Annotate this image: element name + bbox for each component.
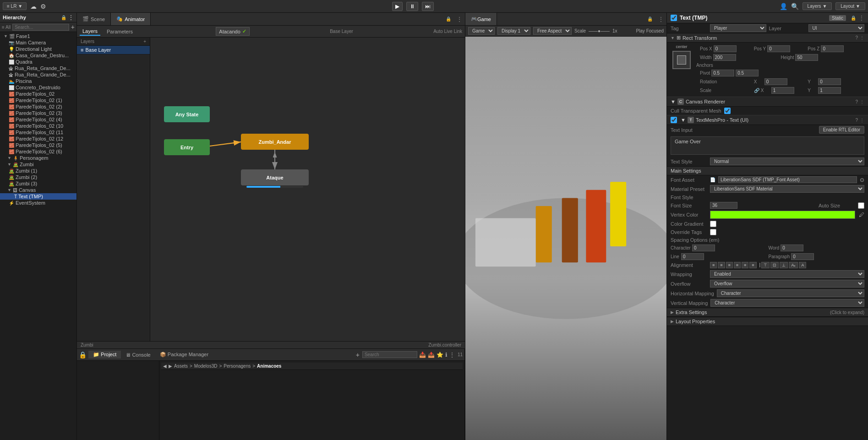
project-tab[interactable]: 📁 Project <box>88 351 121 359</box>
layout-properties-header[interactable]: ▶ Layout Properties <box>667 317 868 326</box>
breadcrumb-assets[interactable]: Assets <box>174 364 188 369</box>
collab-icon[interactable]: 👤 <box>780 3 787 10</box>
project-toolbar-icon3[interactable]: ⭐ <box>437 352 443 358</box>
game-aspect-select[interactable]: Free Aspect <box>533 27 572 35</box>
console-tab[interactable]: 🖥 Console <box>121 351 155 359</box>
cloud-icon[interactable]: ☁ <box>30 3 37 10</box>
align-A-button[interactable]: Aₐ <box>789 262 798 268</box>
text-style-select[interactable]: Normal <box>710 158 864 165</box>
pause-button[interactable]: ⏸ <box>406 2 418 11</box>
base-layer-item[interactable]: ≡ Base Layer <box>77 46 150 54</box>
align-geo-button[interactable]: ≡ <box>749 262 756 268</box>
extra-settings-header[interactable]: ▶ Extra Settings (Click to expand) <box>667 308 868 317</box>
animator-tab[interactable]: 🎭 Animator <box>111 13 151 25</box>
canvas-renderer-header[interactable]: ▼ C Canvas Renderer ? ⋮ <box>667 97 868 107</box>
rot-y-input[interactable] <box>818 78 841 85</box>
hierarchy-item[interactable]: 🧱ParedeTijolos_02 <box>0 91 76 97</box>
hierarchy-item[interactable]: 🧟Zumbi (2) <box>0 174 76 180</box>
project-toolbar-icon2[interactable]: 📤 <box>428 352 435 358</box>
layer-select[interactable]: UI <box>808 24 865 32</box>
font-size-input[interactable] <box>710 202 737 209</box>
hierarchy-item[interactable]: 🏊Piscina <box>0 78 76 84</box>
hierarchy-item[interactable]: 📷Main Camera <box>0 39 76 46</box>
inspector-static-badge[interactable]: Static <box>829 15 846 21</box>
hierarchy-item[interactable]: ⬜Quadra <box>0 59 76 65</box>
align-center-button[interactable]: ≡ <box>718 262 725 268</box>
hierarchy-tab[interactable]: Hierarchy <box>3 15 26 20</box>
game-tab[interactable]: 🎮 Game <box>465 13 497 25</box>
play-focused-label[interactable]: Play Focused <box>636 28 664 33</box>
anchors-label[interactable]: Anchors <box>696 63 733 68</box>
breadcrumb-modelos3d[interactable]: Modelos3D <box>194 364 218 369</box>
pos-x-input[interactable] <box>714 45 737 52</box>
hierarchy-lock-icon[interactable]: 🔒 <box>61 15 66 20</box>
inspector-lock-icon[interactable]: 🔒 <box>851 16 856 21</box>
align-top-button[interactable]: ⊤ <box>761 262 770 268</box>
hierarchy-item[interactable]: TText (TMP) <box>0 193 76 200</box>
hierarchy-item[interactable]: 🧱ParedeTijolos_02 (6) <box>0 148 76 155</box>
canvas-renderer-menu[interactable]: ⋮ <box>860 99 864 104</box>
hierarchy-item[interactable]: ▼🧍Personagem <box>0 155 76 161</box>
layers-add-icon[interactable]: + <box>143 39 146 44</box>
hierarchy-item[interactable]: 🧱ParedeTijolos_02 (5) <box>0 142 76 148</box>
material-preset-select[interactable]: LiberationSans SDF Material <box>710 185 864 193</box>
breadcrumb-personagens[interactable]: Personagens <box>224 364 251 369</box>
hierarchy-item[interactable]: 🧱ParedeTijolos_02 (3) <box>0 110 76 116</box>
align-bot-button[interactable]: ⊥ <box>780 262 788 268</box>
step-button[interactable]: ⏭ <box>422 2 434 11</box>
hierarchy-menu-icon[interactable]: ⋮ <box>68 14 74 21</box>
scene-lock-icon[interactable]: 🔒 <box>443 16 454 22</box>
rect-help-icon[interactable]: ? <box>855 35 858 40</box>
vert-mapping-select[interactable]: Character <box>710 299 864 307</box>
scale-y-input[interactable] <box>818 87 841 94</box>
auto-size-checkbox[interactable] <box>858 202 864 209</box>
textmeshpro-active-checkbox[interactable] <box>671 117 677 123</box>
align-left-button[interactable]: ≡ <box>710 262 717 268</box>
scale-x-input[interactable] <box>771 87 794 94</box>
textmeshpro-menu[interactable]: ⋮ <box>860 118 864 123</box>
play-button[interactable]: ▶ <box>392 2 403 11</box>
game-menu-icon[interactable]: ⋮ <box>655 16 666 22</box>
ataque-state-node[interactable]: Ataque <box>241 169 309 185</box>
line-spacing-input[interactable] <box>681 253 704 260</box>
vertex-color-pick-icon[interactable]: 🖊 <box>859 212 864 218</box>
color-gradient-checkbox[interactable] <box>710 221 716 227</box>
word-spacing-input[interactable] <box>781 244 803 251</box>
align-cap-button[interactable]: A <box>799 262 806 268</box>
any-state-node[interactable]: Any State <box>164 106 210 122</box>
hierarchy-item[interactable]: 💡Directional Light <box>0 46 76 52</box>
wrapping-select[interactable]: Enabled <box>710 270 864 278</box>
align-right-button[interactable]: ≡ <box>726 262 733 268</box>
textmeshpro-help[interactable]: ? <box>855 118 858 123</box>
breadcrumb-forward[interactable]: ▶ <box>169 364 172 369</box>
align-justify-button[interactable]: ≡ <box>734 262 741 268</box>
hierarchy-item[interactable]: ⚡EventSystem <box>0 200 76 206</box>
pivot-y-input[interactable] <box>736 70 759 76</box>
height-input[interactable] <box>795 54 818 61</box>
layout-dropdown-button[interactable]: Layout ▼ <box>835 2 865 10</box>
hierarchy-item[interactable]: 🧟Zumbi (1) <box>0 168 76 174</box>
canvas-renderer-help[interactable]: ? <box>855 99 858 104</box>
animator-canvas[interactable]: Any State Entry Zumbi_Andar Ataque <box>150 38 465 341</box>
cull-mesh-checkbox[interactable] <box>724 108 731 114</box>
hierarchy-item[interactable]: ▼🎬Fase1 <box>0 33 76 39</box>
project-lock-icon[interactable]: 🔒 <box>79 351 87 359</box>
rect-menu-icon[interactable]: ⋮ <box>860 35 864 40</box>
enable-rtl-button[interactable]: Enable RTL Editor <box>819 126 864 134</box>
game-display1-select[interactable]: Display 1 <box>497 27 530 35</box>
layers-dropdown-button[interactable]: Layers ▼ <box>802 2 832 10</box>
breadcrumb-animacoes[interactable]: Animacoes <box>257 364 281 369</box>
project-add-button[interactable]: + <box>356 351 360 359</box>
hierarchy-item[interactable]: 🧱ParedeTijolos_02 (12 <box>0 136 76 142</box>
breadcrumb-arrow[interactable]: ◀ <box>163 364 167 369</box>
inspector-menu-icon[interactable]: ⋮ <box>859 15 864 21</box>
game-scale-slider[interactable]: ——●—— <box>589 28 610 33</box>
font-asset-value[interactable]: LiberationSans SDF (TMP_Font Asset) <box>718 176 857 183</box>
rect-transform-header[interactable]: ▼ ⊞ Rect Transform ? ⋮ <box>667 33 868 43</box>
override-tags-checkbox[interactable] <box>710 229 716 235</box>
overflow-select[interactable]: Overflow <box>710 280 864 288</box>
vertex-color-swatch[interactable] <box>710 211 855 219</box>
pivot-x-input[interactable] <box>711 70 734 76</box>
rect-transform-visual[interactable] <box>672 51 691 69</box>
main-settings-header[interactable]: Main Settings <box>667 166 868 175</box>
